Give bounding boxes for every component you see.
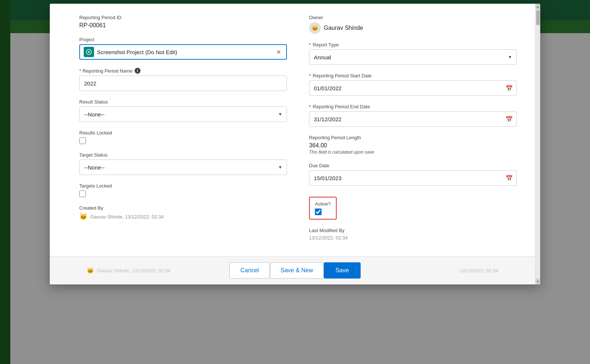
reporting-period-id-group: Reporting Period ID RP-00061 xyxy=(79,15,287,29)
footer-last-modified: 13/12/2022, 02:34 xyxy=(459,268,498,273)
active-checkbox-row xyxy=(315,209,331,215)
report-type-label-text: Report Type xyxy=(313,42,339,48)
modal-overlay: ▲ ▼ Reporting Period ID RP-00061 xyxy=(0,0,590,364)
due-date-label: Due Date xyxy=(309,163,517,168)
scrollbar-track xyxy=(535,10,541,279)
reporting-period-length-value: 364.00 xyxy=(309,142,517,149)
report-type-select-wrapper: Annual Quarterly Monthly ▼ xyxy=(309,49,517,65)
result-status-group: Result Status --None-- On Track At Risk … xyxy=(79,99,287,122)
project-icon xyxy=(84,47,94,57)
report-type-select[interactable]: Annual Quarterly Monthly xyxy=(309,49,517,65)
form-grid: Reporting Period ID RP-00061 Project xyxy=(79,15,517,249)
due-date-calendar-icon[interactable]: 📅 xyxy=(506,175,513,182)
cancel-button[interactable]: Cancel xyxy=(229,262,270,279)
end-date-input[interactable] xyxy=(309,111,517,127)
reporting-period-name-info-icon[interactable]: i xyxy=(135,68,140,74)
start-date-calendar-icon[interactable]: 📅 xyxy=(506,85,513,92)
start-date-group: * Reporting Period Start Date 📅 xyxy=(309,73,517,96)
end-date-input-wrapper: 📅 xyxy=(309,111,517,127)
active-label: Active? xyxy=(315,201,331,207)
created-by-row: 🐱 Gaurav Shinde, 13/12/2022, 02:34 xyxy=(79,213,287,221)
created-by-label: Created By xyxy=(79,205,287,211)
reporting-period-name-label: * Reporting Period Name i xyxy=(79,68,287,74)
owner-row: 🐱 Gaurav Shinde xyxy=(309,22,517,34)
due-date-input-wrapper: 📅 xyxy=(309,170,517,186)
active-highlight-box: Active? xyxy=(309,197,337,220)
reporting-period-length-label: Reporting Period Length xyxy=(309,135,517,140)
created-by-value: Gaurav Shinde, 13/12/2022, 02:34 xyxy=(90,214,164,220)
start-date-label: * Reporting Period Start Date xyxy=(309,73,517,78)
results-locked-checkbox[interactable] xyxy=(79,137,86,144)
last-modified-by-label: Last Modified By xyxy=(309,228,517,233)
result-status-select[interactable]: --None-- On Track At Risk Off Track xyxy=(79,106,287,122)
result-status-select-wrapper: --None-- On Track At Risk Off Track ▼ xyxy=(79,106,287,122)
modal-scrollbar[interactable]: ▲ ▼ xyxy=(535,4,540,284)
end-date-label: * Reporting Period End Date xyxy=(309,104,517,109)
footer-created-by-text: Gaurav Shinde, 13/12/2022, 02:34 xyxy=(97,268,170,273)
calculated-note: This field is calculated upon save xyxy=(309,150,517,155)
owner-avatar: 🐱 xyxy=(309,22,321,34)
owner-label: Owner xyxy=(309,15,517,20)
scrollbar-thumb[interactable] xyxy=(536,10,540,25)
report-type-label: * Report Type xyxy=(309,42,517,48)
end-date-calendar-icon[interactable]: 📅 xyxy=(506,116,513,123)
project-value: Screenshot Project (Do Not Edit) xyxy=(97,49,275,55)
scroll-down-arrow[interactable]: ▼ xyxy=(535,279,541,284)
save-and-new-button[interactable]: Save & New xyxy=(270,262,324,279)
last-modified-by-row: 13/12/2022, 02:34 xyxy=(309,235,517,241)
footer-created-by: 🐱 Gaurav Shinde, 13/12/2022, 02:34 xyxy=(87,267,170,274)
targets-locked-checkbox[interactable] xyxy=(79,190,86,197)
last-modified-by-group: Last Modified By 13/12/2022, 02:34 xyxy=(309,228,517,241)
end-date-group: * Reporting Period End Date 📅 xyxy=(309,104,517,127)
reporting-period-length-group: Reporting Period Length 364.00 This fiel… xyxy=(309,135,517,155)
result-status-label: Result Status xyxy=(79,99,287,105)
project-label: Project xyxy=(79,37,287,42)
target-status-label: Target Status xyxy=(79,152,287,158)
targets-locked-group: Targets Locked xyxy=(79,183,287,197)
start-date-input[interactable] xyxy=(309,80,517,96)
left-column: Reporting Period ID RP-00061 Project xyxy=(79,15,287,249)
reporting-period-id-value: RP-00061 xyxy=(79,22,287,29)
results-locked-checkbox-row xyxy=(79,137,287,144)
modal-footer: 🐱 Gaurav Shinde, 13/12/2022, 02:34 Cance… xyxy=(50,256,540,284)
right-column: Owner 🐱 Gaurav Shinde * Report Type xyxy=(309,15,517,249)
due-date-input[interactable] xyxy=(309,170,517,186)
modal-dialog: ▲ ▼ Reporting Period ID RP-00061 xyxy=(50,4,540,284)
active-checkbox[interactable] xyxy=(315,209,322,215)
reporting-period-name-input[interactable] xyxy=(79,76,287,91)
reporting-period-name-group: * Reporting Period Name i xyxy=(79,68,287,91)
targets-locked-label: Targets Locked xyxy=(79,183,287,189)
last-modified-by-value: 13/12/2022, 02:34 xyxy=(309,235,348,241)
results-locked-label: Results Locked xyxy=(79,130,287,136)
target-status-select-wrapper: --None-- On Track At Risk Off Track ▼ xyxy=(79,160,287,175)
owner-name: Gaurav Shinde xyxy=(324,25,363,31)
owner-group: Owner 🐱 Gaurav Shinde xyxy=(309,15,517,34)
project-input-wrapper[interactable]: Screenshot Project (Do Not Edit) ✕ xyxy=(79,44,287,60)
start-date-input-wrapper: 📅 xyxy=(309,80,517,96)
save-button[interactable]: Save xyxy=(324,262,361,279)
scroll-up-arrow[interactable]: ▲ xyxy=(535,4,541,10)
active-group: Active? xyxy=(309,194,517,220)
reporting-period-id-label: Reporting Period ID xyxy=(79,15,287,20)
project-clear-button[interactable]: ✕ xyxy=(275,48,282,56)
report-type-group: * Report Type Annual Quarterly Monthly ▼ xyxy=(309,42,517,65)
target-status-select[interactable]: --None-- On Track At Risk Off Track xyxy=(79,160,287,175)
footer-last-modified-text: 13/12/2022, 02:34 xyxy=(459,268,498,273)
target-status-group: Target Status --None-- On Track At Risk … xyxy=(79,152,287,175)
targets-locked-checkbox-row xyxy=(79,190,287,197)
results-locked-group: Results Locked xyxy=(79,130,287,144)
project-group: Project Screenshot Project (Do Not Edit)… xyxy=(79,37,287,60)
modal-body: Reporting Period ID RP-00061 Project xyxy=(50,4,540,256)
due-date-group: Due Date 📅 xyxy=(309,163,517,186)
created-by-group: Created By 🐱 Gaurav Shinde, 13/12/2022, … xyxy=(79,205,287,221)
